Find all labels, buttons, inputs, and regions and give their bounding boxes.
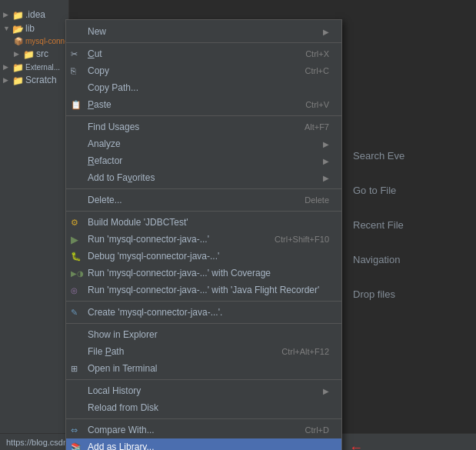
menu-item-analyze-label: Analyze — [88, 138, 323, 149]
menu-item-compare-label: Compare With... — [88, 425, 290, 435]
menu-item-compare[interactable]: ⇔ Compare With... Ctrl+D — [66, 422, 341, 438]
right-panel: Search Eve Go to File Recent File Naviga… — [345, 0, 476, 450]
menu-item-add-library-label: Add as Library... — [88, 442, 329, 450]
right-panel-drop-files: Drop files — [353, 288, 468, 300]
sidebar: ▶ 📁 .idea ▼ 📂 lib 📦 mysql-connector-java… — [0, 0, 69, 450]
menu-item-copy-path[interactable]: Copy Path... — [66, 79, 341, 96]
file-icon: 📦 — [14, 37, 23, 45]
menu-separator-6 — [66, 323, 341, 324]
sidebar-item-label: .idea — [25, 9, 45, 20]
src-folder-icon: 📁 — [23, 49, 34, 58]
menu-separator-7 — [66, 379, 341, 380]
menu-item-delete[interactable]: Delete... Delete — [66, 192, 341, 208]
folder-icon: 📁 — [12, 75, 23, 85]
context-menu: New ▶ ✂ Cut Ctrl+X ⎘ Copy Ctrl+C Copy Pa… — [65, 19, 342, 450]
menu-item-create[interactable]: ✎ Create 'mysql-connector-java-...'. — [66, 304, 341, 321]
menu-item-cut[interactable]: ✂ Cut Ctrl+X — [66, 45, 341, 62]
menu-item-favorites-label: Add to Favorites — [88, 172, 323, 183]
right-panel-goto: Go to File — [353, 185, 468, 196]
menu-item-new-label: New — [88, 26, 323, 37]
menu-item-local-history-label: Local History — [88, 385, 323, 396]
menu-item-flight[interactable]: ◎ Run 'mysql-connector-java-...' with 'J… — [66, 282, 341, 298]
sidebar-item-src[interactable]: ▶ 📁 src — [0, 47, 68, 61]
coverage-icon: ▶◑ — [71, 269, 84, 278]
history-arrow-icon: ▶ — [323, 387, 329, 395]
debug-icon: 🐛 — [71, 252, 82, 262]
right-panel-search: Search Eve — [353, 150, 468, 162]
menu-item-reload-label: Reload from Disk — [88, 402, 329, 413]
find-usages-shortcut: Alt+F7 — [305, 122, 329, 132]
delete-shortcut: Delete — [305, 195, 329, 205]
run-icon: ▶ — [71, 234, 78, 245]
menu-item-add-library[interactable]: 📚 Add as Library... ← — [66, 438, 341, 450]
menu-separator-5 — [66, 301, 341, 302]
menu-item-find-usages[interactable]: Find Usages Alt+F7 — [66, 118, 341, 135]
menu-item-run-label: Run 'mysql-connector-java-...' — [88, 234, 259, 245]
menu-item-build[interactable]: ⚙ Build Module 'JDBCTest' — [66, 214, 341, 231]
menu-separator-8 — [66, 418, 341, 419]
folder-icon: 📁 — [12, 10, 23, 19]
menu-item-show-explorer-label: Show in Explorer — [88, 329, 329, 340]
menu-item-cut-label: Cut — [88, 48, 290, 59]
menu-item-refactor-label: Refactor — [88, 155, 323, 166]
folder-icon: 📁 — [12, 62, 23, 72]
menu-item-debug[interactable]: 🐛 Debug 'mysql-connector-java-...' — [66, 248, 341, 265]
file-path-shortcut: Ctrl+Alt+F12 — [281, 347, 329, 356]
paste-icon: 📋 — [71, 100, 82, 110]
terminal-icon: ⊞ — [71, 364, 78, 374]
refactor-arrow-icon: ▶ — [323, 157, 329, 165]
menu-item-find-usages-label: Find Usages — [88, 122, 289, 132]
compare-icon: ⇔ — [71, 425, 78, 435]
create-icon: ✎ — [71, 308, 78, 318]
analyze-arrow-icon: ▶ — [323, 140, 329, 148]
menu-item-delete-label: Delete... — [88, 195, 289, 205]
folder-open-icon: 📂 — [12, 24, 23, 33]
menu-item-file-path[interactable]: File Path Ctrl+Alt+F12 — [66, 343, 341, 360]
menu-item-coverage[interactable]: ▶◑ Run 'mysql-connector-java-...' with C… — [66, 265, 341, 282]
menu-separator-4 — [66, 211, 341, 212]
flight-icon: ◎ — [71, 286, 78, 295]
menu-item-copy[interactable]: ⎘ Copy Ctrl+C — [66, 62, 341, 79]
menu-item-show-explorer[interactable]: Show in Explorer — [66, 326, 341, 343]
menu-separator-3 — [66, 188, 341, 189]
copy-shortcut: Ctrl+C — [305, 66, 329, 75]
sidebar-item-label: External... — [25, 63, 60, 72]
collapse-arrow-icon: ▶ — [14, 50, 22, 58]
menu-separator — [66, 42, 341, 43]
sidebar-item-lib[interactable]: ▼ 📂 lib — [0, 22, 68, 35]
collapse-arrow-icon: ▶ — [3, 11, 11, 18]
menu-item-coverage-label: Run 'mysql-connector-java-...' with Cove… — [88, 268, 329, 278]
submenu-arrow-icon: ▶ — [323, 28, 329, 36]
sidebar-item-idea[interactable]: ▶ 📁 .idea — [0, 8, 68, 22]
right-panel-navigation: Navigation — [353, 254, 468, 265]
menu-item-reload[interactable]: Reload from Disk — [66, 399, 341, 416]
compare-shortcut: Ctrl+D — [305, 425, 329, 435]
menu-item-refactor[interactable]: Refactor ▶ — [66, 152, 341, 169]
menu-separator-2 — [66, 115, 341, 116]
menu-item-debug-label: Debug 'mysql-connector-java-...' — [88, 251, 329, 262]
menu-item-build-label: Build Module 'JDBCTest' — [88, 217, 329, 228]
menu-item-local-history[interactable]: Local History ▶ — [66, 382, 341, 399]
red-arrow-icon: ← — [349, 440, 363, 450]
menu-item-run[interactable]: ▶ Run 'mysql-connector-java-...' Ctrl+Sh… — [66, 231, 341, 248]
build-icon: ⚙ — [71, 218, 78, 228]
menu-item-new[interactable]: New ▶ — [66, 23, 341, 40]
menu-item-copy-path-label: Copy Path... — [88, 82, 329, 93]
menu-item-paste[interactable]: 📋 Paste Ctrl+V — [66, 96, 341, 113]
cut-icon: ✂ — [71, 49, 78, 59]
sidebar-item-label: Scratch — [25, 75, 57, 85]
sidebar-item-label: lib — [25, 23, 35, 34]
copy-icon: ⎘ — [71, 66, 76, 75]
sidebar-item-jar[interactable]: 📦 mysql-connector-java-5.1.49-bin.jar — [0, 35, 68, 47]
paste-shortcut: Ctrl+V — [305, 100, 329, 109]
menu-item-favorites[interactable]: Add to Favorites ▶ — [66, 169, 341, 186]
menu-item-terminal-label: Open in Terminal — [88, 363, 329, 374]
library-icon: 📚 — [71, 442, 82, 451]
menu-item-analyze[interactable]: Analyze ▶ — [66, 135, 341, 152]
sidebar-item-external[interactable]: ▶ 📁 External... — [0, 61, 68, 73]
collapse-arrow-icon: ▶ — [3, 63, 11, 71]
menu-item-flight-label: Run 'mysql-connector-java-...' with 'Jav… — [88, 285, 329, 295]
sidebar-item-scratch[interactable]: ▶ 📁 Scratch — [0, 73, 68, 87]
menu-item-terminal[interactable]: ⊞ Open in Terminal — [66, 360, 341, 377]
collapse-arrow-icon: ▶ — [3, 76, 11, 84]
